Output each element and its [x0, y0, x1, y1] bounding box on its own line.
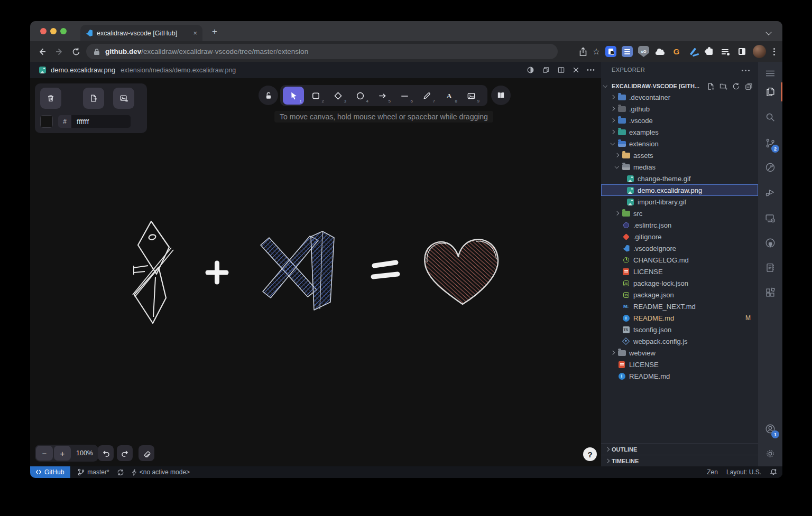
more-actions-icon[interactable] — [587, 69, 595, 71]
chevron-right-icon — [611, 107, 615, 111]
outline-label: OUTLINE — [612, 446, 637, 453]
help-button[interactable]: ? — [583, 447, 597, 461]
tree-item--vscode[interactable]: .vscode — [601, 115, 758, 126]
share-icon[interactable] — [579, 47, 587, 57]
chevron-right-icon — [615, 153, 619, 157]
split-editor-icon[interactable] — [557, 66, 565, 74]
tree-item-readme-md[interactable]: README.md — [601, 370, 758, 382]
tree-item-demo-excalidraw-png[interactable]: demo.excalidraw.png — [601, 184, 758, 196]
new-folder-icon[interactable] — [719, 82, 727, 90]
editor-tab[interactable]: demo.excalidraw.png extension/medias/dem… — [30, 62, 241, 78]
ublock-origin-extension-icon[interactable]: uO — [638, 46, 649, 57]
tree-item--devcontainer[interactable]: .devcontainer — [601, 91, 758, 103]
zen-indicator[interactable]: Zen — [707, 468, 718, 476]
collapse-all-icon[interactable] — [745, 82, 753, 90]
zoom-level[interactable]: 100% — [71, 449, 98, 457]
open-changes-icon[interactable] — [542, 66, 550, 74]
notebook-view-icon[interactable] — [758, 257, 782, 278]
g-extension-icon[interactable]: G — [671, 46, 682, 57]
layout-indicator[interactable]: Layout: U.S. — [726, 468, 761, 476]
run-view-icon[interactable] — [758, 157, 782, 178]
tree-item-assets[interactable]: assets — [601, 149, 758, 161]
new-tab-button[interactable]: + — [212, 27, 217, 36]
explorer-section-header[interactable]: EXCALIDRAW-VSCODE [GITH... — [601, 80, 758, 92]
tree-item-changelog-md[interactable]: CHANGELOG.md — [601, 254, 758, 266]
branch-indicator[interactable]: master* — [78, 468, 109, 476]
undo-button[interactable] — [98, 445, 114, 461]
tree-item-examples[interactable]: examples — [601, 126, 758, 138]
bookmark-star-icon[interactable]: ☆ — [593, 48, 600, 56]
tab-search-chevron-icon[interactable] — [765, 29, 771, 35]
list-extension-icon[interactable] — [622, 46, 633, 57]
extensions-puzzle-icon[interactable] — [704, 46, 715, 57]
toggle-theme-icon[interactable] — [527, 66, 534, 74]
tree-item-label: demo.excalidraw.png — [638, 186, 702, 194]
active-mode-indicator[interactable]: <no active mode> — [132, 468, 190, 476]
zoom-out-button[interactable]: − — [36, 446, 53, 461]
tree-item-import-library-gif[interactable]: import-library.gif — [601, 196, 758, 208]
reload-icon[interactable] — [71, 47, 81, 57]
tree-item-label: .eslintrc.json — [633, 221, 671, 229]
tree-item-medias[interactable]: medias — [601, 161, 758, 173]
profile-avatar[interactable] — [753, 45, 766, 58]
notifications-bell-icon[interactable] — [770, 468, 777, 476]
forward-icon[interactable] — [54, 47, 64, 57]
tree-item-label: LICENSE — [633, 268, 663, 276]
image-icon — [625, 198, 635, 206]
github-view-icon[interactable] — [758, 232, 782, 254]
password-manager-extension-icon[interactable] — [605, 46, 616, 57]
tree-item-license[interactable]: LICENSE — [601, 359, 758, 370]
source-control-view-icon[interactable]: 2 — [758, 133, 782, 154]
settings-gear-icon[interactable] — [758, 443, 782, 464]
breadcrumb[interactable]: extension/medias/demo.excalidraw.png — [121, 67, 236, 74]
zoom-in-button[interactable]: + — [54, 446, 71, 461]
excalidraw-canvas[interactable]: # ffffff 1234567A89 To move canvas, hold… — [30, 78, 601, 466]
outline-section[interactable]: OUTLINE — [601, 443, 758, 455]
tree-item-license[interactable]: LICENSE — [601, 266, 758, 277]
explorer-view-icon[interactable] — [758, 81, 782, 102]
tree-item-tsconfig-json[interactable]: tsconfig.json — [601, 324, 758, 335]
remote-indicator[interactable]: GitHub — [30, 466, 70, 478]
tree-item-readme-next-md[interactable]: M↓README_NEXT.md — [601, 301, 758, 312]
tree-item-webview[interactable]: webview — [601, 347, 758, 359]
timeline-section[interactable]: TIMELINE — [601, 455, 758, 466]
debug-view-icon[interactable] — [758, 182, 782, 203]
redo-button[interactable] — [117, 445, 133, 461]
tree-item--github[interactable]: .github — [601, 103, 758, 115]
new-file-icon[interactable] — [707, 82, 715, 90]
search-view-icon[interactable] — [758, 107, 782, 128]
browser-tab[interactable]: excalidraw-vscode [GitHub] × — [80, 25, 202, 41]
cloud-extension-icon[interactable] — [654, 46, 666, 57]
accounts-icon[interactable]: 1 — [758, 418, 782, 439]
tree-item-webpack-config-js[interactable]: webpack.config.js — [601, 335, 758, 347]
tree-item-package-lock-json[interactable]: package-lock.json — [601, 277, 758, 289]
remote-explorer-view-icon[interactable] — [758, 208, 782, 229]
tree-item-package-json[interactable]: package.json — [601, 289, 758, 301]
minimize-window-button[interactable] — [50, 28, 57, 34]
tree-item-src[interactable]: src — [601, 208, 758, 219]
tree-item--eslintrc-json[interactable]: .eslintrc.json — [601, 219, 758, 231]
side-panel-extension-icon[interactable] — [736, 46, 748, 57]
close-window-button[interactable] — [40, 28, 47, 34]
refresh-icon[interactable] — [732, 82, 740, 90]
close-editor-icon[interactable] — [573, 67, 579, 73]
tree-item--gitignore[interactable]: .gitignore — [601, 231, 758, 242]
address-bar[interactable]: github.dev/excalidraw/excalidraw-vscode/… — [86, 44, 558, 59]
close-tab-icon[interactable]: × — [193, 30, 197, 36]
sync-indicator[interactable] — [117, 469, 124, 476]
back-icon[interactable] — [38, 47, 47, 57]
menu-icon[interactable] — [758, 63, 782, 84]
extensions-view-icon[interactable] — [758, 282, 782, 303]
tree-item-readme-md[interactable]: README.mdM — [601, 312, 758, 324]
browser-menu-icon[interactable] — [771, 48, 777, 55]
eraser-button[interactable] — [139, 445, 154, 461]
eslint-icon — [621, 221, 631, 229]
explorer-more-icon[interactable] — [742, 70, 750, 71]
tree-item-extension[interactable]: extension — [601, 138, 758, 149]
bolt-extension-icon[interactable] — [687, 46, 698, 57]
tree-item--vscodeignore[interactable]: .vscodeignore — [601, 242, 758, 254]
zoom-window-button[interactable] — [60, 28, 67, 34]
tree-item-change-theme-gif[interactable]: change-theme.gif — [601, 173, 758, 184]
playlist-extension-icon[interactable] — [720, 46, 731, 57]
accounts-badge: 1 — [771, 430, 779, 438]
